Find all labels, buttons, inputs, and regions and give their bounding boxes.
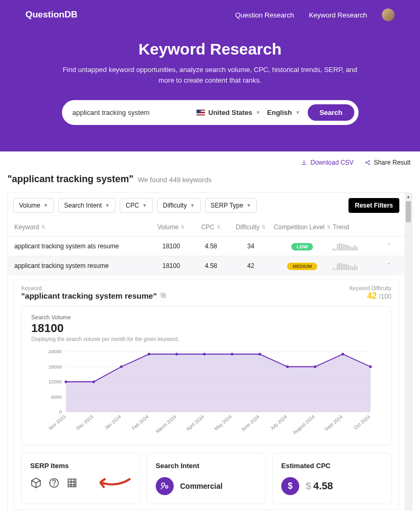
detail-kd-label: Keyword Difficulty xyxy=(350,285,391,291)
chevron-down-icon: ▼ xyxy=(295,110,300,115)
search-button[interactable]: Search xyxy=(307,103,355,122)
share-icon xyxy=(364,159,371,166)
search-volume-chart: Search Volume 18100 Displaying the searc… xyxy=(21,306,391,445)
svg-point-24 xyxy=(286,365,289,368)
cell-cpc: 4.58 xyxy=(192,243,230,250)
svg-point-23 xyxy=(258,353,261,355)
download-csv-link[interactable]: Download CSV xyxy=(301,159,353,166)
filter-search-intent[interactable]: Search Intent▼ xyxy=(58,198,115,213)
svg-text:6000: 6000 xyxy=(51,395,61,400)
detail-keyword: "applicant tracking system resume" xyxy=(21,291,157,300)
estimated-cpc-title: Estimated CPC xyxy=(281,462,382,470)
cell-keyword: applicant tracking system ats resume xyxy=(14,243,150,250)
expand-row-button[interactable]: ˅ xyxy=(380,243,398,250)
detail-keyword-label: Keyword xyxy=(21,285,167,291)
search-input[interactable] xyxy=(73,109,191,116)
search-intent-title: Search Intent xyxy=(156,462,257,470)
svg-point-26 xyxy=(342,353,344,355)
svg-text:18000: 18000 xyxy=(48,364,61,370)
cell-difficulty: 42 xyxy=(230,262,272,270)
search-intent-value: Commercial xyxy=(180,482,222,490)
svg-point-21 xyxy=(203,353,205,355)
svg-text:July 2024: July 2024 xyxy=(269,414,288,431)
filter-volume[interactable]: Volume▼ xyxy=(13,198,54,213)
svg-point-22 xyxy=(231,353,234,355)
table-row[interactable]: applicant tracking system ats resume 181… xyxy=(8,236,405,256)
dollar-icon: $ xyxy=(281,477,299,495)
svg-text:Oct 2024: Oct 2024 xyxy=(353,414,371,431)
svg-point-44 xyxy=(166,486,168,488)
language-select[interactable]: English ▼ xyxy=(267,109,300,116)
table-header: Keyword⇅ Volume⇅ CPC⇅ Difficulty⇅ Compet… xyxy=(8,218,405,236)
svg-point-43 xyxy=(162,483,165,486)
nav-keyword-research[interactable]: Keyword Research xyxy=(309,11,367,19)
avatar[interactable] xyxy=(382,8,395,21)
filter-difficulty[interactable]: Difficulty▼ xyxy=(157,198,201,213)
cell-cpc: 4.58 xyxy=(192,262,230,270)
svg-text:24000: 24000 xyxy=(48,349,61,354)
copy-icon[interactable] xyxy=(160,292,167,300)
table-row[interactable]: applicant tracking system resume 18100 4… xyxy=(8,256,405,275)
svg-text:Dec 2023: Dec 2023 xyxy=(75,414,94,431)
svg-text:Jan 2024: Jan 2024 xyxy=(104,414,122,431)
cell-competition: MEDIUM xyxy=(272,262,333,270)
filter-cpc[interactable]: CPC▼ xyxy=(120,198,153,213)
result-keyword: "applicant tracking system" xyxy=(7,174,133,185)
svg-point-27 xyxy=(369,365,372,368)
svg-text:Nov 2023: Nov 2023 xyxy=(48,414,67,431)
scroll-thumb[interactable] xyxy=(406,201,411,222)
chevron-down-icon: ▼ xyxy=(255,110,261,115)
share-result-link[interactable]: Share Result xyxy=(364,159,410,166)
download-icon xyxy=(301,159,307,166)
estimated-cpc-value: 4.58 xyxy=(314,480,333,491)
cell-difficulty: 34 xyxy=(230,243,272,250)
chart-svg: 06000120001800024000Nov 2023Dec 2023Jan … xyxy=(31,348,381,438)
svg-text:Feb 2024: Feb 2024 xyxy=(131,414,150,431)
trend-sparkline xyxy=(333,242,379,250)
page-title: Keyword Research xyxy=(25,40,395,58)
scrollbar[interactable]: ▲ ▼ xyxy=(405,193,412,511)
col-keyword[interactable]: Keyword⇅ xyxy=(14,223,150,231)
nav-question-research[interactable]: Question Research xyxy=(235,11,294,19)
language-label: English xyxy=(267,109,292,116)
svg-text:April 2024: April 2024 xyxy=(185,414,205,432)
search-intent-card: Search Intent Commercial xyxy=(147,453,266,504)
svg-text:May 2024: May 2024 xyxy=(213,414,233,432)
chart-title: Search Volume xyxy=(31,314,381,320)
col-competition[interactable]: Competition Level⇅ xyxy=(272,223,333,231)
cell-trend xyxy=(333,242,379,250)
svg-point-2 xyxy=(369,164,370,165)
filter-serp-type[interactable]: SERP Type▼ xyxy=(205,198,257,213)
cell-volume: 18100 xyxy=(150,262,192,270)
reset-filters-button[interactable]: Reset Filters xyxy=(348,198,399,213)
country-select[interactable]: United States ▼ xyxy=(196,109,261,116)
svg-point-17 xyxy=(92,381,95,383)
expand-row-button[interactable]: ˄ xyxy=(380,262,398,270)
box-icon xyxy=(30,477,42,489)
results-panel: ▲ ▼ Volume▼ Search Intent▼ CPC▼ Difficul… xyxy=(7,192,413,511)
svg-point-16 xyxy=(65,381,67,383)
cell-trend xyxy=(333,262,379,270)
svg-text:0: 0 xyxy=(59,409,61,415)
svg-rect-42 xyxy=(68,479,76,487)
logo[interactable]: QuestionDB xyxy=(25,10,77,20)
chart-desc: Displaying the search volume per month f… xyxy=(31,336,381,342)
scroll-up-icon[interactable]: ▲ xyxy=(405,193,412,200)
serp-items-card: SERP Items xyxy=(21,453,140,504)
keyword-detail-panel: Keyword "applicant tracking system resum… xyxy=(13,280,399,510)
svg-point-25 xyxy=(314,365,316,368)
page-subtitle: Find untapped keyword opportunities, ana… xyxy=(62,65,359,85)
grid-icon xyxy=(66,477,78,489)
cell-keyword: applicant tracking system resume xyxy=(14,262,150,270)
svg-text:12000: 12000 xyxy=(48,379,61,384)
cell-volume: 18100 xyxy=(150,243,192,250)
svg-point-0 xyxy=(365,162,367,163)
col-cpc[interactable]: CPC⇅ xyxy=(192,223,230,231)
svg-point-20 xyxy=(175,353,178,355)
search-bar: United States ▼ English ▼ Search xyxy=(62,100,359,125)
trend-sparkline xyxy=(333,262,379,270)
svg-text:March 2024: March 2024 xyxy=(155,414,177,434)
result-count: We found 449 keywords xyxy=(138,176,211,184)
col-difficulty[interactable]: Difficulty⇅ xyxy=(230,223,272,231)
col-volume[interactable]: Volume⇅ xyxy=(150,223,192,231)
